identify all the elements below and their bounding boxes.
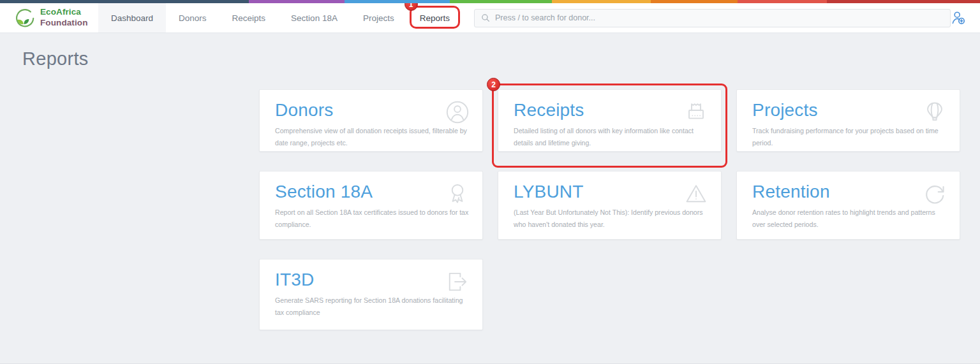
app-window: EcoAfrica Foundation Dashboard Donors Re… — [0, 0, 980, 364]
nav-tab-donors[interactable]: Donors — [166, 3, 219, 33]
donor-search-box[interactable] — [474, 9, 951, 27]
ecoafrica-leaf-logo-icon — [13, 6, 36, 29]
stripe-segment — [552, 0, 651, 3]
stripe-segment — [450, 0, 552, 3]
card-retention-description: Analyse donor retention rates to highlig… — [752, 207, 947, 231]
brand-name-line1: EcoAfrica — [40, 7, 87, 18]
stripe-segment — [738, 0, 827, 3]
card-retention[interactable]: Retention Analyse donor retention rates … — [736, 171, 960, 240]
card-donors-title: Donors — [275, 100, 470, 120]
stripe-segment — [0, 0, 249, 3]
nav-tab-reports-label: Reports — [420, 13, 450, 23]
card-projects-description: Track fundraising performance for your p… — [752, 125, 947, 149]
annotation-step-2-badge: 2 — [487, 78, 500, 91]
brand-logo[interactable]: EcoAfrica Foundation — [0, 6, 96, 29]
rainbow-top-stripe — [0, 0, 980, 3]
card-receipts[interactable]: Receipts Detailed listing of all donors … — [498, 89, 722, 152]
card-lybunt-title: LYBUNT — [514, 182, 708, 202]
brand-name: EcoAfrica Foundation — [40, 7, 87, 29]
refresh-icon — [921, 180, 948, 207]
card-lybunt[interactable]: LYBUNT (Last Year But Unfortunately Not … — [498, 171, 722, 240]
main-nav: Dashboard Donors Receipts Section 18A Pr… — [98, 3, 463, 33]
report-cards-grid: Donors Comprehensive view of all donatio… — [259, 89, 960, 330]
card-it3d[interactable]: IT3D Generate SARS reporting for Section… — [259, 259, 483, 330]
award-rosette-icon — [444, 180, 471, 207]
card-it3d-title: IT3D — [275, 270, 470, 290]
card-projects[interactable]: Projects Track fundraising performance f… — [736, 89, 960, 152]
card-it3d-description: Generate SARS reporting for Section 18A … — [275, 295, 470, 319]
card-donors[interactable]: Donors Comprehensive view of all donatio… — [259, 89, 483, 152]
page-title: Reports — [22, 48, 89, 69]
receipt-printer-icon — [683, 99, 709, 126]
hot-air-balloon-icon — [921, 99, 948, 126]
stripe-segment — [249, 0, 345, 3]
nav-tab-dashboard[interactable]: Dashboard — [98, 3, 166, 33]
header-actions — [951, 10, 980, 25]
brand-name-line2: Foundation — [40, 18, 87, 29]
top-header: EcoAfrica Foundation Dashboard Donors Re… — [0, 3, 980, 33]
card-donors-description: Comprehensive view of all donation recei… — [275, 125, 470, 149]
card-section-18a[interactable]: Section 18A Report on all Section 18A ta… — [259, 171, 483, 240]
person-circle-icon — [444, 99, 471, 126]
card-section-18a-title: Section 18A — [275, 182, 470, 202]
nav-tab-receipts[interactable]: Receipts — [219, 3, 279, 33]
search-icon — [481, 13, 490, 22]
card-receipts-title: Receipts — [514, 100, 708, 120]
nav-tab-reports[interactable]: Reports 1 — [407, 3, 463, 33]
card-lybunt-description: (Last Year But Unfortunately Not This): … — [514, 207, 708, 231]
card-receipts-description: Detailed listing of all donors with key … — [514, 125, 708, 149]
nav-tab-section-18a[interactable]: Section 18A — [278, 3, 350, 33]
nav-tab-projects[interactable]: Projects — [350, 3, 407, 33]
card-section-18a-description: Report on all Section 18A tax certificat… — [275, 207, 470, 231]
add-donor-button[interactable] — [951, 10, 966, 25]
card-retention-title: Retention — [752, 182, 947, 202]
card-projects-title: Projects — [752, 100, 947, 120]
stripe-segment — [827, 0, 980, 3]
stripe-segment — [651, 0, 738, 3]
warning-triangle-icon — [683, 180, 709, 207]
search-input[interactable] — [495, 13, 944, 22]
stripe-segment — [345, 0, 450, 3]
export-icon — [444, 268, 471, 295]
